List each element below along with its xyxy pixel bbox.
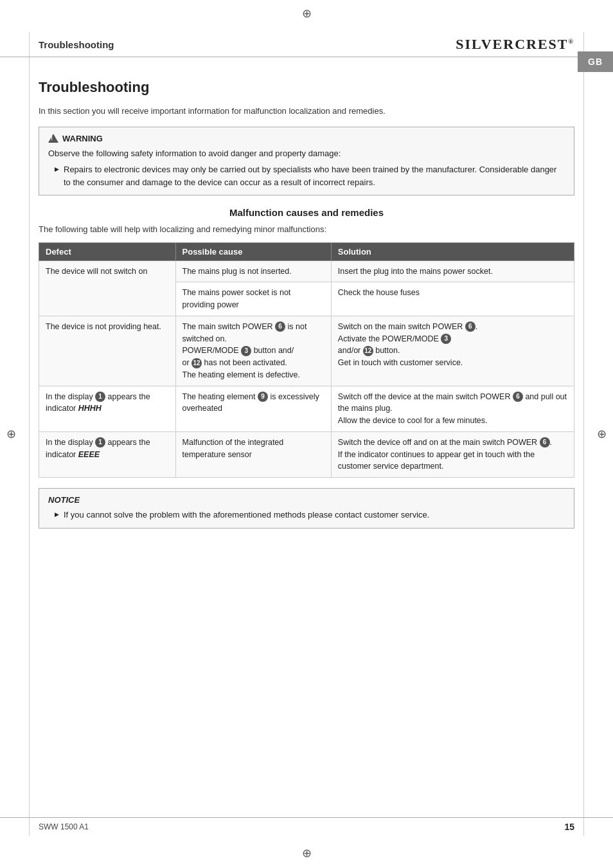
circle-num-6: 6 bbox=[275, 321, 285, 332]
circle-num-6d: 6 bbox=[540, 437, 550, 448]
cause-cell-4: Malfunction of the integrated temperatur… bbox=[175, 431, 331, 477]
malfunction-table: Defect Possible cause Solution The devic… bbox=[39, 242, 574, 478]
defect-cell-1: The device will not switch on bbox=[39, 260, 176, 316]
notice-title: NOTICE bbox=[48, 495, 565, 505]
solution-cell-1a: Insert the plug into the mains power soc… bbox=[331, 260, 574, 282]
table-header-row: Defect Possible cause Solution bbox=[39, 242, 574, 260]
right-margin-line bbox=[583, 32, 584, 836]
circle-num-12b: 12 bbox=[363, 346, 373, 356]
notice-item: If you cannot solve the problem with the… bbox=[55, 509, 565, 521]
cause-cell-3: The heating element 9 is excessively ove… bbox=[175, 386, 331, 431]
footer-model: SWW 1500 A1 bbox=[39, 822, 89, 831]
solution-cell-1b: Check the house fuses bbox=[331, 282, 574, 316]
header-title: Troubleshooting bbox=[39, 39, 114, 50]
circle-num-6c: 6 bbox=[513, 392, 523, 402]
page-footer: SWW 1500 A1 15 bbox=[0, 817, 613, 836]
table-row: In the display 1 appears the indicator E… bbox=[39, 431, 574, 477]
warning-triangle-icon bbox=[48, 134, 58, 143]
footer-page-number: 15 bbox=[564, 822, 574, 832]
page: ⊕ ⊕ ⊕ ⊕ Troubleshooting SILVERCREST® GB … bbox=[0, 0, 613, 868]
col-header-cause: Possible cause bbox=[175, 242, 331, 260]
warning-list: Repairs to electronic devices may only b… bbox=[48, 163, 565, 188]
section-heading: Malfunction causes and remedies bbox=[39, 207, 574, 218]
circle-num-9: 9 bbox=[258, 392, 268, 402]
gb-badge: GB bbox=[578, 51, 613, 72]
notice-list: If you cannot solve the problem with the… bbox=[48, 509, 565, 521]
notice-box: NOTICE If you cannot solve the problem w… bbox=[39, 488, 574, 529]
warning-item: Repairs to electronic devices may only b… bbox=[55, 163, 565, 188]
page-header: Troubleshooting SILVERCREST® bbox=[0, 32, 613, 57]
indicator-hhhh: HHHH bbox=[78, 404, 102, 413]
circle-num-3: 3 bbox=[241, 346, 251, 356]
solution-cell-3: Switch off the device at the main switch… bbox=[331, 386, 574, 431]
col-header-solution: Solution bbox=[331, 242, 574, 260]
table-row: The device is not providing heat. The ma… bbox=[39, 316, 574, 386]
page-heading: Troubleshooting bbox=[39, 79, 574, 96]
circle-num-1a: 1 bbox=[95, 392, 105, 402]
warning-box: WARNING Observe the following safety inf… bbox=[39, 127, 574, 196]
col-header-defect: Defect bbox=[39, 242, 176, 260]
indicator-eeee: EEEE bbox=[78, 450, 100, 459]
table-row: In the display 1 appears the indicator H… bbox=[39, 386, 574, 431]
intro-text: In this section you will receive importa… bbox=[39, 105, 574, 118]
section-intro: The following table will help with local… bbox=[39, 223, 574, 236]
warning-lead: Observe the following safety information… bbox=[48, 147, 565, 160]
defect-cell-3: In the display 1 appears the indicator H… bbox=[39, 386, 176, 431]
cause-cell-1a: The mains plug is not inserted. bbox=[175, 260, 331, 282]
reg-mark-right: ⊕ bbox=[597, 427, 607, 441]
cause-cell-1b: The mains power socket is not providing … bbox=[175, 282, 331, 316]
reg-mark-left: ⊕ bbox=[6, 427, 16, 441]
circle-num-3b: 3 bbox=[441, 334, 451, 344]
warning-label: WARNING bbox=[62, 134, 103, 143]
solution-cell-4: Switch the device off and on at the main… bbox=[331, 431, 574, 477]
left-margin-line bbox=[29, 32, 30, 836]
brand-logo: SILVERCREST® bbox=[456, 36, 574, 53]
warning-title: WARNING bbox=[48, 134, 565, 143]
defect-cell-2: The device is not providing heat. bbox=[39, 316, 176, 386]
table-row: The device will not switch on The mains … bbox=[39, 260, 574, 282]
reg-mark-top: ⊕ bbox=[302, 6, 312, 21]
defect-cell-4: In the display 1 appears the indicator E… bbox=[39, 431, 176, 477]
solution-cell-2: Switch on the main switch POWER 6. Activ… bbox=[331, 316, 574, 386]
circle-num-12: 12 bbox=[191, 358, 202, 368]
main-content: Troubleshooting In this section you will… bbox=[39, 68, 574, 817]
circle-num-1b: 1 bbox=[95, 437, 105, 448]
reg-mark-bottom: ⊕ bbox=[302, 846, 312, 860]
circle-num-6b: 6 bbox=[465, 321, 475, 332]
cause-cell-2: The main switch POWER 6 is not switched … bbox=[175, 316, 331, 386]
